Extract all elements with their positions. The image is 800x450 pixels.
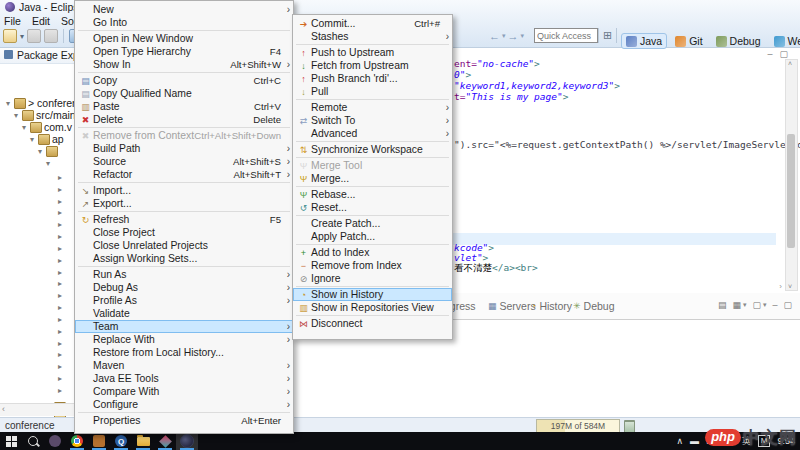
quicker-app-icon[interactable]: Q <box>110 432 132 450</box>
expanded-arrow-icon[interactable]: ▾ <box>44 159 52 168</box>
team-submenu-item-merge-tool[interactable]: ΨMerge Tool <box>293 159 452 172</box>
open-perspective-button[interactable]: ⊞ <box>603 29 612 42</box>
expanded-arrow-icon[interactable]: ▾ <box>36 147 44 156</box>
collapsed-arrow-icon[interactable]: ▸ <box>56 303 64 312</box>
context-menu-item-show-in[interactable]: Show InAlt+Shift+W› <box>75 58 293 71</box>
tree-item[interactable]: ▸ <box>56 171 64 183</box>
tree-item[interactable]: ▸ <box>56 289 64 301</box>
team-submenu-item-push-to-upstream[interactable]: ↑Push to Upstream <box>293 46 452 59</box>
tree-item[interactable]: ▸ <box>56 242 64 254</box>
tray-battery-icon[interactable]: ▬ <box>690 436 699 446</box>
collapsed-arrow-icon[interactable]: ▸ <box>56 279 64 288</box>
perspective-button-java[interactable]: Java <box>621 33 667 49</box>
tree-item[interactable]: ▾ <box>36 145 58 157</box>
tree-item[interactable]: ▸ <box>56 360 64 372</box>
context-menu-item-build-path[interactable]: Build Path› <box>75 142 293 155</box>
team-submenu-item-add-to-index[interactable]: +Add to Index <box>293 246 452 259</box>
collapsed-arrow-icon[interactable]: ▸ <box>56 173 64 182</box>
collapsed-arrow-icon[interactable]: ▸ <box>56 208 64 217</box>
context-menu-item-source[interactable]: SourceAlt+Shift+S› <box>75 155 293 168</box>
context-menu-item-remove-from-context[interactable]: ✖Remove from ContextCtrl+Alt+Shift+Down <box>75 129 293 142</box>
context-menu-item-compare-with[interactable]: Compare With› <box>75 385 293 398</box>
context-menu-item-open-in-new-window[interactable]: Open in New Window <box>75 32 293 45</box>
ide-app-icon[interactable] <box>154 432 176 450</box>
context-menu-item-validate[interactable]: Validate <box>75 307 293 320</box>
forward-dropdown-icon[interactable]: ▾ <box>521 32 525 40</box>
new-window-icon-dropdown[interactable]: ▾ <box>763 301 767 309</box>
tree-item[interactable]: ▸ <box>56 254 64 266</box>
maximize-panel-icon[interactable]: ▢ <box>783 300 792 310</box>
collapsed-arrow-icon[interactable]: ▸ <box>56 197 64 206</box>
context-menu-item-delete[interactable]: ✖DeleteDelete <box>75 113 293 126</box>
team-submenu-item-merge[interactable]: ΨMerge... <box>293 172 452 185</box>
team-submenu-item-apply-patch[interactable]: Apply Patch... <box>293 230 452 243</box>
tree-item[interactable]: ▸ <box>56 183 64 195</box>
menubar-item-file[interactable]: File <box>4 15 21 28</box>
new-wizard-dropdown-icon[interactable]: ▾ <box>20 32 24 41</box>
collapsed-arrow-icon[interactable]: ▸ <box>56 350 64 359</box>
team-submenu-item-synchronize-workspace[interactable]: ⇅Synchronize Workspace <box>293 143 452 156</box>
context-menu-item-export[interactable]: ↗Export... <box>75 197 293 210</box>
expanded-arrow-icon[interactable]: ▾ <box>4 99 12 108</box>
team-submenu-item-reset[interactable]: ↺Reset... <box>293 201 452 214</box>
collapsed-arrow-icon[interactable]: ▸ <box>56 362 64 371</box>
back-dropdown-icon[interactable]: ▾ <box>502 32 506 40</box>
scrollbar-thumb[interactable] <box>787 134 795 248</box>
context-menu-item-properties[interactable]: PropertiesAlt+Enter <box>75 414 293 427</box>
team-submenu-item-fetch-from-upstream[interactable]: ↓Fetch from Upstream <box>293 59 452 72</box>
hscroll-right-icon[interactable]: › <box>779 282 782 291</box>
file-explorer-icon[interactable] <box>132 432 154 450</box>
tab-debug[interactable]: ✳Debug <box>573 300 615 312</box>
open-view-icon[interactable]: ▤ <box>718 300 727 310</box>
new-window-icon[interactable]: ▢ <box>752 300 761 310</box>
tree-item[interactable]: ▸ <box>56 206 64 218</box>
context-menu-item-replace-with[interactable]: Replace With› <box>75 333 293 346</box>
save-all-button[interactable] <box>44 29 58 43</box>
context-menu-item-debug-as[interactable]: Debug As› <box>75 281 293 294</box>
context-menu-item-close-unrelated-projects[interactable]: Close Unrelated Projects <box>75 239 293 252</box>
tree-item[interactable]: ▸ <box>56 277 64 289</box>
tab-servers[interactable]: ▦Servers <box>488 300 536 312</box>
tab-history[interactable]: ◔History <box>531 300 572 312</box>
context-menu-item-close-project[interactable]: Close Project <box>75 226 293 239</box>
eclipse-app-icon[interactable] <box>176 432 198 450</box>
context-menu-item-refresh[interactable]: ↻RefreshF5 <box>75 213 293 226</box>
perspective-button-debug[interactable]: Debug <box>711 33 766 49</box>
expanded-arrow-icon[interactable]: ▾ <box>12 111 20 120</box>
team-submenu-item-stashes[interactable]: Stashes› <box>293 30 452 43</box>
context-menu-item-java-ee-tools[interactable]: Java EE Tools› <box>75 372 293 385</box>
context-menu-item-assign-working-sets[interactable]: Assign Working Sets... <box>75 252 293 265</box>
minimize-panel-icon[interactable]: – <box>772 300 777 310</box>
quick-access-input[interactable] <box>534 28 598 43</box>
context-menu-item-copy[interactable]: ▤CopyCtrl+C <box>75 74 293 87</box>
team-submenu-item-create-patch[interactable]: Create Patch... <box>293 217 452 230</box>
chrome-icon[interactable] <box>66 432 88 450</box>
back-button[interactable]: ← <box>489 30 500 42</box>
collapsed-arrow-icon[interactable]: ▸ <box>56 374 64 383</box>
menubar-item-edit[interactable]: Edit <box>32 15 50 28</box>
team-submenu-item-commit[interactable]: ➔Commit...Ctrl+# <box>293 17 452 30</box>
context-menu-item-restore-from-local-history[interactable]: Restore from Local History... <box>75 346 293 359</box>
collapsed-arrow-icon[interactable]: ▸ <box>56 386 64 395</box>
collapsed-arrow-icon[interactable]: ▸ <box>56 291 64 300</box>
tree-item[interactable]: ▸ <box>56 325 64 337</box>
editor-scrollbar[interactable]: ˄ ˅ <box>785 59 798 291</box>
save-button[interactable] <box>27 29 41 43</box>
photos-app-icon[interactable] <box>88 432 110 450</box>
team-submenu-item-switch-to[interactable]: ⇄Switch To› <box>293 114 452 127</box>
start-button[interactable] <box>0 432 22 450</box>
tree-item[interactable]: ▸ <box>56 384 64 396</box>
scroll-down-icon[interactable]: ˅ <box>788 283 792 290</box>
team-submenu-item-pull[interactable]: ↓Pull <box>293 85 452 98</box>
media-player-icon[interactable] <box>44 432 66 450</box>
tree-item[interactable]: ▾ <box>44 157 52 169</box>
collapsed-arrow-icon[interactable]: ▸ <box>56 244 64 253</box>
tree-item[interactable]: ▸ <box>56 348 64 360</box>
collapsed-arrow-icon[interactable]: ▸ <box>56 232 64 241</box>
context-menu-item-profile-as[interactable]: Profile As› <box>75 294 293 307</box>
context-menu-item-maven[interactable]: Maven› <box>75 359 293 372</box>
collapsed-arrow-icon[interactable]: ▸ <box>56 315 64 324</box>
tree-item-com-v[interactable]: ▾com.v <box>20 121 72 133</box>
collapsed-arrow-icon[interactable]: ▸ <box>56 256 64 265</box>
tree-item[interactable]: ▸ <box>56 230 64 242</box>
